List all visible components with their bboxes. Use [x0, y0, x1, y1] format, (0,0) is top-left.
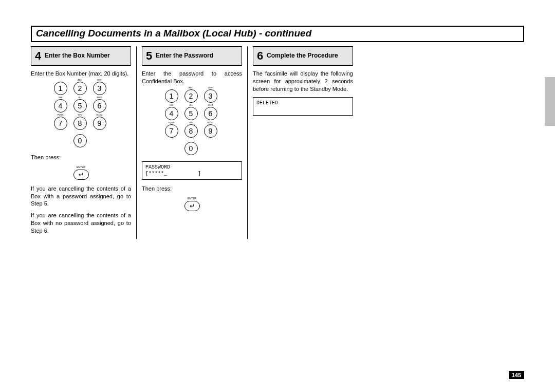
- enter-key-graphic: ENTER ↵: [31, 165, 131, 180]
- enter-label: ENTER: [142, 197, 242, 200]
- key-2: ABC2: [73, 82, 87, 95]
- keypad: 1 ABC2 DEF3 GHI4 JKL5 MNO6 PQRS7 TUV8 WX…: [142, 89, 242, 157]
- enter-key-icon: ↵: [184, 201, 200, 211]
- enter-label: ENTER: [31, 165, 131, 169]
- step-4-header: 4 Enter the Box Number: [31, 46, 131, 66]
- key-6: MNO6: [204, 107, 217, 120]
- key-7: PQRS7: [54, 117, 67, 130]
- step-5-intro: Enter the password to access Confidentia…: [142, 70, 242, 85]
- key-5: JKL5: [184, 107, 198, 120]
- lcd-display-deleted: DELETED: [253, 97, 353, 116]
- step-title: Complete the Procedure: [267, 52, 338, 60]
- step-4-note-2: If you are cancelling the contents of a …: [31, 212, 131, 235]
- section-title-box: Cancelling Documents in a Mailbox (Local…: [31, 26, 524, 42]
- key-1: 1: [54, 82, 67, 95]
- step-4-intro: Enter the Box Number (max. 20 digits).: [31, 70, 131, 78]
- step-title: Enter the Password: [156, 52, 213, 60]
- then-press-label: Then press:: [142, 185, 242, 193]
- keypad: 1 ABC2 DEF3 GHI4 JKL5 MNO6 PQRS7 TUV8 WX…: [31, 82, 131, 150]
- manual-page: Cancelling Documents in a Mailbox (Local…: [0, 0, 555, 392]
- section-title: Cancelling Documents in a Mailbox (Local…: [36, 28, 311, 39]
- columns: 4 Enter the Box Number Enter the Box Num…: [31, 46, 524, 239]
- step-number: 6: [255, 49, 265, 63]
- step-4-note-1: If you are cancelling the contents of a …: [31, 185, 131, 208]
- step-title: Enter the Box Number: [45, 52, 110, 60]
- step-number: 4: [33, 49, 43, 63]
- key-6: MNO6: [93, 99, 106, 113]
- step-6-column: 6 Complete the Procedure The facsimile w…: [253, 46, 353, 239]
- step-6-header: 6 Complete the Procedure: [253, 46, 353, 66]
- key-1: 1: [165, 89, 178, 103]
- key-3: DEF3: [93, 82, 106, 95]
- enter-key-graphic: ENTER ↵: [142, 197, 242, 211]
- then-press-label: Then press:: [31, 154, 131, 161]
- key-0: 0: [184, 142, 198, 155]
- key-8: TUV8: [73, 117, 87, 130]
- key-9: WXYZ9: [204, 124, 217, 138]
- key-4: GHI4: [54, 99, 67, 113]
- lcd-display-password: PASSWORD [*****_ ]: [142, 161, 242, 180]
- step-5-column: 5 Enter the Password Enter the password …: [142, 46, 248, 239]
- step-number: 5: [144, 49, 154, 63]
- key-7: PQRS7: [165, 124, 178, 138]
- key-2: ABC2: [184, 89, 198, 103]
- key-5: JKL5: [73, 99, 87, 113]
- key-8: TUV8: [184, 124, 198, 138]
- key-4: GHI4: [165, 107, 178, 120]
- step-4-column: 4 Enter the Box Number Enter the Box Num…: [31, 46, 137, 239]
- thumb-tab: [545, 77, 555, 126]
- step-6-intro: The facsimile will display the following…: [253, 70, 353, 93]
- key-0: 0: [73, 134, 87, 147]
- key-3: DEF3: [204, 89, 217, 103]
- key-9: WXYZ9: [93, 117, 106, 130]
- page-number: 145: [509, 371, 524, 379]
- step-5-header: 5 Enter the Password: [142, 46, 242, 66]
- enter-key-icon: ↵: [73, 170, 89, 180]
